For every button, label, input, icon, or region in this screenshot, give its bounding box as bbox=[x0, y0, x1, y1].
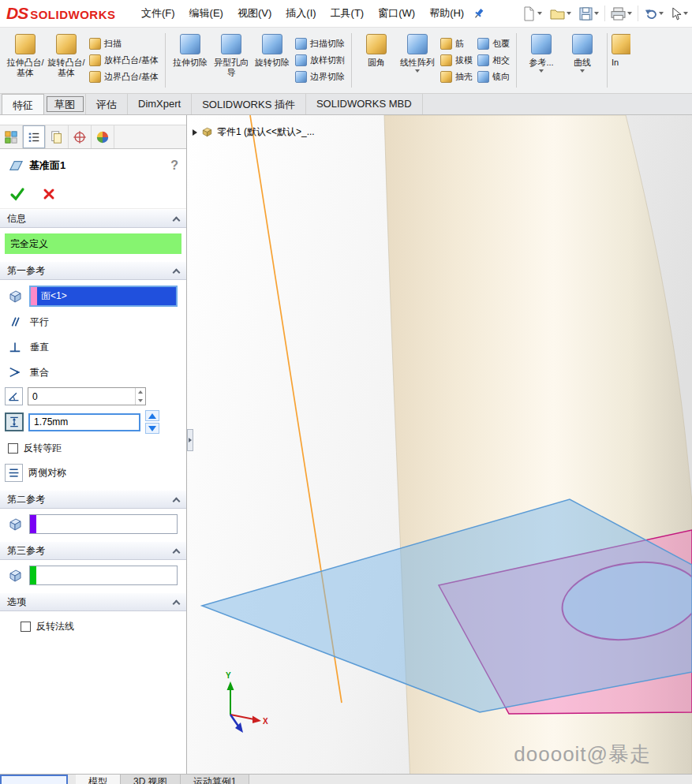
dropdown-caret-icon[interactable] bbox=[539, 69, 544, 73]
boundary-cut-button[interactable]: 边界切除 bbox=[295, 71, 345, 83]
panel-splitter-handle[interactable] bbox=[187, 429, 193, 451]
swept-boss-button[interactable]: 扫描 bbox=[89, 38, 159, 50]
wrap-button[interactable]: 包覆 bbox=[477, 38, 510, 50]
section-header-second-reference[interactable]: 第二参考 bbox=[0, 490, 186, 509]
pin-menu-icon[interactable] bbox=[473, 7, 485, 20]
spin-up-button[interactable] bbox=[145, 410, 159, 421]
extruded-cut-button[interactable]: 拉伸切除 bbox=[170, 29, 211, 91]
display-manager-tab[interactable] bbox=[92, 125, 114, 148]
dropdown-caret-icon[interactable] bbox=[580, 69, 585, 73]
dropdown-caret-icon[interactable] bbox=[594, 12, 599, 15]
curves-button[interactable]: 曲线 bbox=[562, 29, 603, 91]
collapse-chevron-icon[interactable] bbox=[173, 548, 181, 556]
lofted-cut-button[interactable]: 放样切割 bbox=[295, 54, 345, 66]
tab-dimxpert[interactable]: DimXpert bbox=[128, 94, 192, 114]
angle-input[interactable]: 0 bbox=[28, 387, 146, 405]
mid-plane-option[interactable]: 两侧对称 bbox=[5, 462, 181, 483]
menu-tools[interactable]: 工具(T) bbox=[324, 2, 372, 24]
instant3d-button[interactable]: In bbox=[612, 29, 630, 91]
menu-help[interactable]: 帮助(H) bbox=[422, 2, 471, 24]
configuration-manager-tab[interactable] bbox=[46, 125, 69, 148]
intersect-button[interactable]: 相交 bbox=[477, 54, 510, 66]
menu-insert[interactable]: 插入(I) bbox=[279, 2, 323, 24]
dropdown-caret-icon[interactable] bbox=[627, 12, 632, 15]
linear-pattern-button[interactable]: 线性阵列 bbox=[397, 29, 438, 91]
print-button[interactable] bbox=[608, 6, 634, 22]
flip-offset-checkbox[interactable] bbox=[8, 443, 18, 454]
tab-sketch[interactable]: 草图 bbox=[44, 94, 86, 114]
draft-button[interactable]: 拔模 bbox=[440, 54, 473, 66]
dropdown-caret-icon[interactable] bbox=[567, 12, 571, 15]
save-button[interactable] bbox=[577, 6, 601, 22]
coincident-option[interactable]: 重合 bbox=[5, 362, 181, 383]
perpendicular-option[interactable]: 垂直 bbox=[5, 337, 181, 357]
lofted-cut-icon bbox=[295, 54, 307, 66]
menu-file[interactable]: 文件(F) bbox=[134, 2, 182, 24]
menu-edit[interactable]: 编辑(E) bbox=[182, 2, 230, 24]
select-pointer-button[interactable] bbox=[669, 6, 690, 22]
second-reference-selection-box[interactable] bbox=[29, 514, 178, 534]
revolved-cut-button[interactable]: 旋转切除 bbox=[252, 29, 293, 91]
parallel-option[interactable]: 平行 bbox=[5, 312, 181, 332]
first-reference-selection-box[interactable]: 面<1> bbox=[29, 286, 178, 307]
flip-normal-checkbox[interactable] bbox=[21, 622, 31, 632]
menu-window[interactable]: 窗口(W) bbox=[371, 2, 422, 24]
expand-arrow-icon[interactable] bbox=[193, 129, 197, 136]
model-scene[interactable]: Y X bbox=[187, 115, 692, 784]
collapse-chevron-icon[interactable] bbox=[173, 599, 181, 607]
tab-features[interactable]: 特征 bbox=[2, 94, 44, 114]
cancel-button[interactable] bbox=[43, 188, 55, 203]
feature-tree-root[interactable]: 零件1 (默认<<默认>_... bbox=[217, 125, 315, 139]
dropdown-caret-icon[interactable] bbox=[537, 12, 542, 15]
extruded-boss-button[interactable]: 拉伸凸台/基体 bbox=[5, 29, 46, 91]
swept-cut-button[interactable]: 扫描切除 bbox=[295, 38, 345, 50]
ribbon-separator bbox=[516, 33, 517, 88]
motion-study-tab[interactable]: 运动算例1 bbox=[181, 775, 250, 784]
reference-geometry-button[interactable]: 参考... bbox=[521, 29, 562, 91]
section-header-first-reference[interactable]: 第一参考 bbox=[0, 261, 186, 280]
selected-entity[interactable]: 面<1> bbox=[37, 287, 176, 305]
tab-solidworks-addins[interactable]: SOLIDWORKS 插件 bbox=[192, 94, 306, 114]
shell-button[interactable]: 抽壳 bbox=[440, 71, 473, 83]
ok-button[interactable] bbox=[9, 187, 25, 203]
undo-button[interactable] bbox=[642, 6, 666, 21]
angle-value[interactable]: 0 bbox=[28, 388, 135, 405]
collapse-chevron-icon[interactable] bbox=[173, 268, 181, 276]
tab-evaluate[interactable]: 评估 bbox=[86, 94, 128, 114]
menu-view[interactable]: 视图(V) bbox=[230, 2, 279, 24]
third-reference-selection-box[interactable] bbox=[29, 566, 178, 585]
dropdown-caret-icon[interactable] bbox=[659, 12, 664, 15]
help-icon[interactable]: ? bbox=[170, 159, 178, 173]
new-document-button[interactable] bbox=[520, 5, 544, 23]
dropdown-caret-icon[interactable] bbox=[683, 12, 688, 15]
section-header-third-reference[interactable]: 第三参考 bbox=[0, 541, 186, 560]
open-document-button[interactable] bbox=[548, 6, 574, 21]
hole-wizard-icon bbox=[221, 34, 241, 54]
model-tab[interactable]: 模型 bbox=[76, 775, 121, 784]
dimxpert-manager-tab[interactable] bbox=[69, 125, 92, 148]
collapse-chevron-icon[interactable] bbox=[173, 497, 181, 505]
distance-value[interactable]: 1.75mm bbox=[30, 415, 139, 430]
distance-input[interactable]: 1.75mm bbox=[28, 413, 140, 431]
tab-solidworks-mbd[interactable]: SOLIDWORKS MBD bbox=[306, 94, 423, 114]
fillet-button[interactable]: 圆角 bbox=[356, 29, 397, 91]
boundary-boss-button[interactable]: 边界凸台/基体 bbox=[89, 71, 159, 83]
dropdown-caret-icon[interactable] bbox=[415, 69, 420, 73]
mirror-button[interactable]: 镜向 bbox=[477, 71, 510, 83]
spin-down-button[interactable] bbox=[145, 423, 159, 434]
rib-button[interactable]: 筋 bbox=[440, 38, 473, 50]
lofted-boss-button[interactable]: 放样凸台/基体 bbox=[89, 54, 159, 66]
collapse-chevron-icon[interactable] bbox=[173, 216, 181, 224]
revolved-boss-button[interactable]: 旋转凸台/基体 bbox=[46, 29, 87, 91]
feature-tree-tab[interactable] bbox=[0, 125, 23, 148]
section-header-info[interactable]: 信息 bbox=[0, 209, 186, 228]
cancel-x-icon bbox=[43, 188, 55, 200]
graphics-area[interactable]: Y X 零件1 (默认<<默认>_... dooooit@暴走 bbox=[187, 115, 692, 784]
section-header-options[interactable]: 选项 bbox=[0, 592, 186, 611]
3d-views-tab[interactable]: 3D 视图 bbox=[121, 775, 181, 784]
property-manager-tab[interactable] bbox=[23, 125, 46, 148]
tab-scroll-control[interactable] bbox=[0, 775, 68, 784]
distance-spinner[interactable] bbox=[145, 410, 159, 434]
hole-wizard-button[interactable]: 异型孔向导 bbox=[211, 29, 252, 91]
angle-spinner[interactable] bbox=[135, 388, 145, 405]
